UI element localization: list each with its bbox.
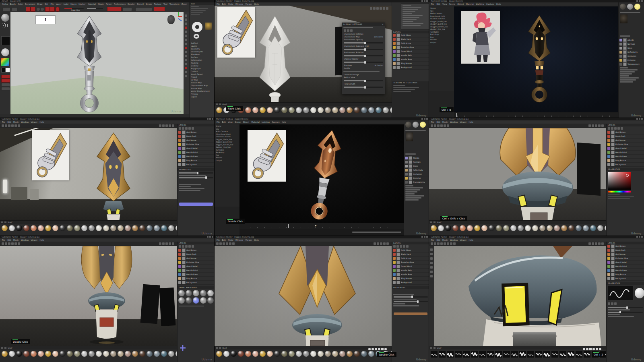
timeline[interactable]: ▶	[239, 223, 404, 230]
material-sphere[interactable]	[186, 290, 192, 296]
view-icons[interactable]	[159, 242, 174, 245]
close-icon[interactable]: ✕	[382, 23, 384, 25]
zbrush-menu-item[interactable]: Stencil	[137, 2, 144, 6]
material-sphere[interactable]	[347, 107, 353, 113]
material-sphere[interactable]	[60, 225, 66, 231]
layer-thumbnail[interactable]	[623, 42, 627, 46]
layer-row[interactable]: Handle Paint	[607, 265, 644, 269]
painter-menu-item[interactable]: Viewer	[31, 238, 37, 242]
layer-row[interactable]: Background	[607, 277, 644, 281]
layer-row[interactable]: Gloss	[404, 164, 429, 168]
material-sphere[interactable]	[186, 297, 192, 304]
material-sphere[interactable]	[568, 225, 574, 231]
material-sphere[interactable]	[223, 351, 229, 357]
settings-slider[interactable]	[344, 55, 383, 56]
settings-slider[interactable]	[344, 80, 383, 81]
material-sphere[interactable]	[252, 107, 258, 113]
layer-row[interactable]: Occlusion	[619, 54, 644, 58]
sphere-gloss[interactable]	[413, 122, 419, 128]
tool-section[interactable]: Deformation	[191, 59, 214, 62]
layer-row[interactable]: Handle Base	[607, 155, 644, 159]
material-sphere[interactable]	[510, 225, 516, 231]
layer-thumbnail[interactable]	[611, 265, 615, 268]
material-sphere[interactable]	[154, 351, 160, 357]
secondary-color-swatch[interactable]	[5, 68, 10, 72]
zbrush-menu-item[interactable]: Stroke	[146, 2, 152, 6]
shelf-icon[interactable]	[1, 347, 3, 349]
material-sphere[interactable]	[496, 225, 502, 231]
timeline-playhead[interactable]	[456, 113, 457, 117]
layer-thumbnail[interactable]	[182, 147, 186, 150]
material-sphere[interactable]	[325, 351, 331, 357]
stroke-curve-preview[interactable]	[608, 286, 634, 300]
zbrush-canvas[interactable]: ! Udemy	[10, 12, 184, 114]
filter-icon[interactable]	[219, 347, 221, 349]
painter-menu-item[interactable]: Help	[39, 120, 44, 124]
material-sphere[interactable]	[96, 225, 102, 231]
shelf-icon[interactable]	[216, 347, 218, 349]
material-sphere[interactable]	[245, 107, 251, 113]
painter-menu-item[interactable]: Window	[235, 2, 244, 6]
painter-menu-item[interactable]: Viewer	[245, 238, 252, 242]
material-sphere[interactable]	[354, 351, 360, 357]
layer-row[interactable]: Handle Base	[178, 155, 215, 159]
layer-row[interactable]: Gold Arrow	[178, 139, 215, 143]
layer-thumbnail[interactable]	[182, 139, 186, 142]
zadd-toggle[interactable]	[45, 7, 50, 12]
tool-icons[interactable]	[2, 242, 20, 245]
layer-row[interactable]: Ring Bronze	[178, 159, 215, 163]
layer-thumbnail[interactable]	[182, 257, 186, 260]
material-sphere[interactable]	[16, 351, 22, 357]
layer-thumbnail[interactable]	[611, 143, 615, 146]
sphere-gloss[interactable]	[627, 4, 633, 10]
layer-thumbnail[interactable]	[396, 66, 400, 69]
material-sphere[interactable]	[89, 225, 95, 231]
layer-row[interactable]: Emissive Glow	[607, 143, 644, 147]
alpha-thumbnail[interactable]	[1, 36, 10, 45]
layer-row[interactable]: Handle Paint	[392, 54, 429, 58]
material-sphere[interactable]	[110, 351, 116, 357]
layer-thumbnail[interactable]	[182, 163, 186, 166]
material-sphere[interactable]	[231, 351, 237, 357]
brush-stroke-thumb[interactable]	[447, 351, 454, 358]
dagger-lower-half[interactable]	[0, 246, 177, 346]
material-sphere[interactable]	[347, 351, 353, 357]
viewport-3d[interactable]	[0, 246, 177, 346]
material-sphere[interactable]	[281, 351, 287, 357]
material-sphere[interactable]	[310, 351, 316, 357]
layer-row[interactable]: Gold Edges	[607, 244, 644, 248]
zbrush-menu-item[interactable]: Transform	[169, 2, 180, 6]
zbrush-menu-item[interactable]: File	[50, 2, 54, 6]
material-sphere[interactable]	[260, 107, 266, 113]
layer-row[interactable]: Handle Paint	[178, 151, 215, 155]
tool-icons[interactable]	[431, 242, 456, 245]
painter-menu-item[interactable]: Edit	[436, 238, 440, 242]
material-sphere[interactable]	[339, 107, 345, 113]
layer-row[interactable]: Guard Metal	[607, 147, 644, 151]
material-sphere[interactable]	[216, 351, 222, 357]
material-sphere[interactable]	[89, 351, 95, 357]
edit-object-toggle[interactable]	[1, 75, 10, 79]
material-mode-button[interactable]	[179, 203, 213, 206]
painter-menu-item[interactable]: Help	[39, 238, 44, 242]
brush-stroke-thumb[interactable]	[463, 351, 470, 358]
layer-row[interactable]: Handle Base	[607, 269, 644, 273]
material-sphere[interactable]	[31, 225, 37, 231]
zbrush-menu-item[interactable]: Movie	[98, 2, 104, 6]
material-sphere[interactable]	[110, 225, 116, 231]
painter-menu-item[interactable]: Mode	[13, 120, 19, 124]
layer-row[interactable]: Emissive Glow	[178, 143, 215, 147]
layer-row[interactable]: Emissive Glow	[607, 257, 644, 261]
layer-row[interactable]: Handle Paint	[392, 269, 429, 273]
sphere-light[interactable]	[634, 4, 640, 10]
shelf-icon[interactable]	[216, 103, 218, 105]
painter-menu-item[interactable]: Edit	[7, 238, 11, 242]
material-sphere[interactable]	[390, 107, 392, 113]
material-sphere[interactable]	[200, 297, 206, 304]
material-sphere[interactable]	[178, 290, 185, 296]
layer-thumbnail[interactable]	[182, 269, 186, 272]
painter-menu-item[interactable]: Viewer	[31, 120, 37, 124]
layer-thumbnail[interactable]	[623, 50, 627, 54]
layer-row[interactable]: Gold Edges	[178, 248, 215, 252]
zbrush-menu-item[interactable]: Marker	[78, 2, 85, 6]
